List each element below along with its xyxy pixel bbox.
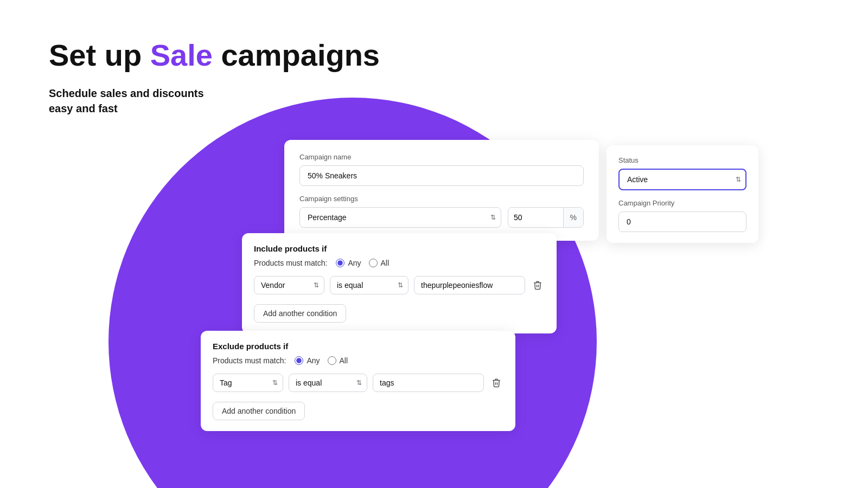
exclude-add-condition-button[interactable]: Add another condition (213, 402, 305, 420)
exclude-any-radio[interactable] (295, 356, 303, 365)
include-match-label: Products must match: (254, 259, 327, 267)
settings-type-select[interactable]: Percentage Fixed Amount (299, 207, 501, 228)
trash-icon (533, 280, 542, 290)
include-operator-select[interactable]: is equal is not equal contains does not … (330, 276, 409, 294)
exclude-all-option[interactable]: All (328, 356, 348, 365)
exclude-field-select-wrap: Tag Vendor Title Price ⇅ (213, 374, 283, 392)
status-card: Status Active Inactive Scheduled ⇅ Campa… (607, 145, 758, 243)
campaign-name-input[interactable] (299, 165, 584, 186)
include-match-row: Products must match: Any All (254, 259, 545, 267)
subtitle-line2: easy and fast (49, 102, 118, 114)
include-all-option[interactable]: All (369, 259, 390, 267)
exclude-radio-group: Any All (295, 356, 348, 365)
exclude-products-card: Exclude products if Products must match:… (201, 331, 515, 431)
exclude-delete-button[interactable] (489, 376, 503, 390)
exclude-any-option[interactable]: Any (295, 356, 320, 365)
campaign-settings-row: Percentage Fixed Amount ⇅ % (299, 207, 584, 228)
exclude-condition-row: Tag Vendor Title Price ⇅ is equal is not… (213, 374, 503, 392)
include-add-condition-button[interactable]: Add another condition (254, 304, 346, 323)
subtitle: Schedule sales and discounts easy and fa… (49, 86, 380, 116)
header-section: Set up Sale campaigns Schedule sales and… (49, 38, 380, 116)
status-select[interactable]: Active Inactive Scheduled (618, 169, 746, 190)
exclude-value-input[interactable] (373, 374, 484, 392)
status-select-wrapper: Active Inactive Scheduled ⇅ (618, 169, 746, 190)
include-any-radio[interactable] (336, 259, 344, 267)
trash-icon-exclude (492, 378, 501, 388)
include-value-input[interactable] (414, 276, 525, 294)
include-condition-row: Vendor Tag Title Price ⇅ is equal is not… (254, 276, 545, 294)
exclude-match-row: Products must match: Any All (213, 356, 503, 365)
include-all-radio[interactable] (369, 259, 378, 267)
exclude-any-label: Any (307, 356, 320, 365)
page-wrapper: Set up Sale campaigns Schedule sales and… (0, 0, 868, 488)
exclude-section-title: Exclude products if (213, 342, 503, 351)
subtitle-line1: Schedule sales and discounts (49, 87, 204, 99)
title-highlight: Sale (150, 38, 213, 72)
campaign-settings-label: Campaign settings (299, 195, 584, 203)
page-title: Set up Sale campaigns (49, 38, 380, 73)
title-prefix: Set up (49, 38, 150, 72)
exclude-all-label: All (340, 356, 348, 365)
settings-select-wrapper: Percentage Fixed Amount ⇅ (299, 207, 501, 228)
exclude-field-select[interactable]: Tag Vendor Title Price (213, 374, 283, 392)
percentage-input[interactable] (508, 208, 563, 227)
include-field-select-wrap: Vendor Tag Title Price ⇅ (254, 276, 324, 294)
include-delete-button[interactable] (531, 278, 545, 292)
include-radio-group: Any All (336, 259, 389, 267)
percentage-unit: % (563, 208, 583, 227)
exclude-match-label: Products must match: (213, 356, 286, 365)
exclude-all-radio[interactable] (328, 356, 336, 365)
campaign-name-label: Campaign name (299, 153, 584, 161)
status-label: Status (618, 156, 746, 164)
include-field-select[interactable]: Vendor Tag Title Price (254, 276, 324, 294)
campaign-main-card: Campaign name Campaign settings Percenta… (284, 140, 599, 241)
exclude-operator-select-wrap: is equal is not equal contains does not … (289, 374, 367, 392)
exclude-operator-select[interactable]: is equal is not equal contains does not … (289, 374, 367, 392)
percentage-input-wrapper: % (508, 207, 584, 228)
priority-input[interactable] (618, 211, 746, 232)
include-products-card: Include products if Products must match:… (242, 233, 557, 333)
include-section-title: Include products if (254, 244, 545, 253)
include-all-label: All (381, 259, 390, 267)
include-any-option[interactable]: Any (336, 259, 361, 267)
title-suffix: campaigns (213, 38, 380, 72)
priority-label: Campaign Priority (618, 199, 746, 207)
include-any-label: Any (348, 259, 361, 267)
include-operator-select-wrap: is equal is not equal contains does not … (330, 276, 409, 294)
